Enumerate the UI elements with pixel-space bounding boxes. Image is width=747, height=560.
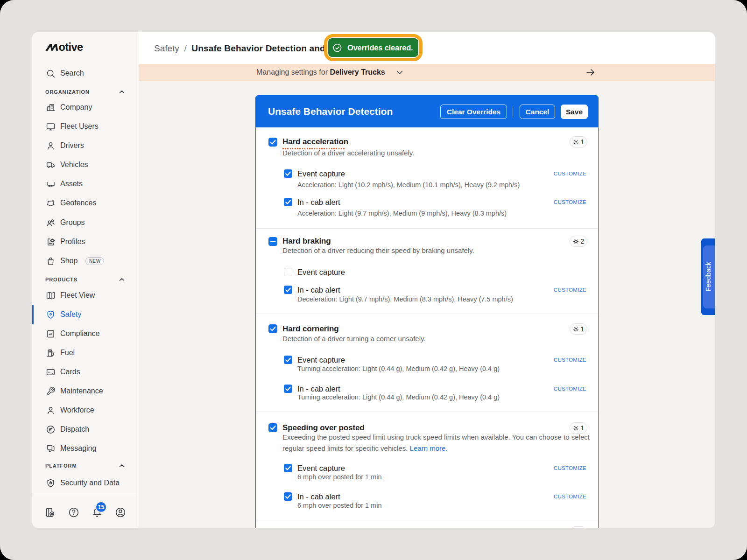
svg-text:otive: otive <box>59 41 83 52</box>
